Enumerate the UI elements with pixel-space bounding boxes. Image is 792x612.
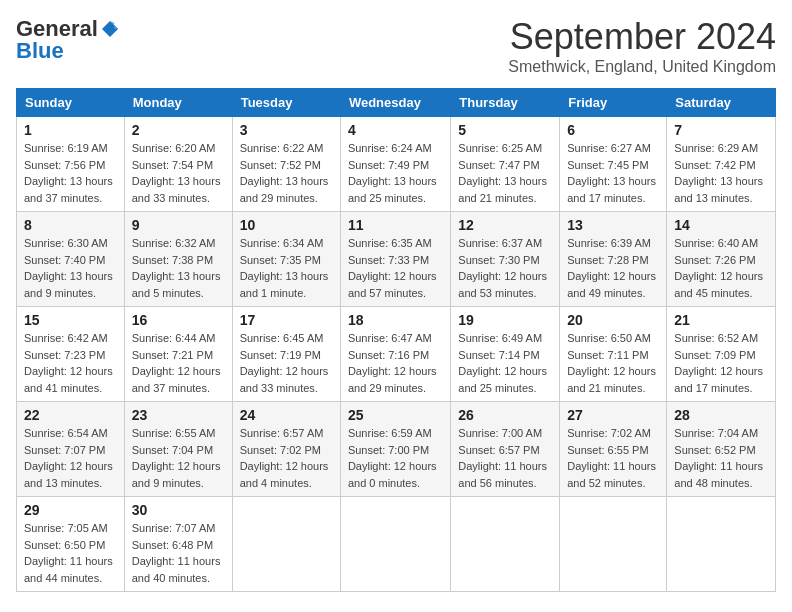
calendar-cell	[560, 497, 667, 592]
day-number: 30	[132, 502, 225, 518]
header-monday: Monday	[124, 89, 232, 117]
calendar-week-row: 1 Sunrise: 6:19 AMSunset: 7:56 PMDayligh…	[17, 117, 776, 212]
day-info: Sunrise: 6:20 AMSunset: 7:54 PMDaylight:…	[132, 142, 221, 204]
day-info: Sunrise: 6:47 AMSunset: 7:16 PMDaylight:…	[348, 332, 437, 394]
calendar-cell: 16 Sunrise: 6:44 AMSunset: 7:21 PMDaylig…	[124, 307, 232, 402]
day-info: Sunrise: 6:37 AMSunset: 7:30 PMDaylight:…	[458, 237, 547, 299]
calendar-cell	[232, 497, 340, 592]
day-info: Sunrise: 7:00 AMSunset: 6:57 PMDaylight:…	[458, 427, 547, 489]
header-saturday: Saturday	[667, 89, 776, 117]
calendar-cell: 7 Sunrise: 6:29 AMSunset: 7:42 PMDayligh…	[667, 117, 776, 212]
day-info: Sunrise: 6:50 AMSunset: 7:11 PMDaylight:…	[567, 332, 656, 394]
day-number: 23	[132, 407, 225, 423]
page-header: General Blue September 2024 Smethwick, E…	[16, 16, 776, 76]
day-info: Sunrise: 6:45 AMSunset: 7:19 PMDaylight:…	[240, 332, 329, 394]
day-number: 5	[458, 122, 552, 138]
calendar-cell: 10 Sunrise: 6:34 AMSunset: 7:35 PMDaylig…	[232, 212, 340, 307]
day-info: Sunrise: 6:35 AMSunset: 7:33 PMDaylight:…	[348, 237, 437, 299]
day-number: 1	[24, 122, 117, 138]
day-info: Sunrise: 7:05 AMSunset: 6:50 PMDaylight:…	[24, 522, 113, 584]
day-info: Sunrise: 7:04 AMSunset: 6:52 PMDaylight:…	[674, 427, 763, 489]
calendar-cell	[340, 497, 450, 592]
day-info: Sunrise: 6:24 AMSunset: 7:49 PMDaylight:…	[348, 142, 437, 204]
day-number: 15	[24, 312, 117, 328]
calendar-header-row: SundayMondayTuesdayWednesdayThursdayFrid…	[17, 89, 776, 117]
calendar-cell: 29 Sunrise: 7:05 AMSunset: 6:50 PMDaylig…	[17, 497, 125, 592]
day-info: Sunrise: 6:29 AMSunset: 7:42 PMDaylight:…	[674, 142, 763, 204]
calendar-cell: 23 Sunrise: 6:55 AMSunset: 7:04 PMDaylig…	[124, 402, 232, 497]
calendar-cell: 20 Sunrise: 6:50 AMSunset: 7:11 PMDaylig…	[560, 307, 667, 402]
title-area: September 2024 Smethwick, England, Unite…	[508, 16, 776, 76]
calendar-cell: 9 Sunrise: 6:32 AMSunset: 7:38 PMDayligh…	[124, 212, 232, 307]
day-info: Sunrise: 6:57 AMSunset: 7:02 PMDaylight:…	[240, 427, 329, 489]
calendar-cell: 1 Sunrise: 6:19 AMSunset: 7:56 PMDayligh…	[17, 117, 125, 212]
day-number: 16	[132, 312, 225, 328]
calendar-cell: 6 Sunrise: 6:27 AMSunset: 7:45 PMDayligh…	[560, 117, 667, 212]
header-sunday: Sunday	[17, 89, 125, 117]
calendar-cell: 19 Sunrise: 6:49 AMSunset: 7:14 PMDaylig…	[451, 307, 560, 402]
day-number: 22	[24, 407, 117, 423]
day-info: Sunrise: 6:22 AMSunset: 7:52 PMDaylight:…	[240, 142, 329, 204]
day-number: 7	[674, 122, 768, 138]
location: Smethwick, England, United Kingdom	[508, 58, 776, 76]
day-info: Sunrise: 6:39 AMSunset: 7:28 PMDaylight:…	[567, 237, 656, 299]
calendar-cell: 11 Sunrise: 6:35 AMSunset: 7:33 PMDaylig…	[340, 212, 450, 307]
day-info: Sunrise: 6:19 AMSunset: 7:56 PMDaylight:…	[24, 142, 113, 204]
calendar-week-row: 29 Sunrise: 7:05 AMSunset: 6:50 PMDaylig…	[17, 497, 776, 592]
logo-icon	[100, 19, 120, 39]
day-number: 12	[458, 217, 552, 233]
day-info: Sunrise: 6:25 AMSunset: 7:47 PMDaylight:…	[458, 142, 547, 204]
calendar-cell: 26 Sunrise: 7:00 AMSunset: 6:57 PMDaylig…	[451, 402, 560, 497]
day-number: 20	[567, 312, 659, 328]
day-number: 6	[567, 122, 659, 138]
calendar-cell: 27 Sunrise: 7:02 AMSunset: 6:55 PMDaylig…	[560, 402, 667, 497]
day-number: 9	[132, 217, 225, 233]
calendar-cell: 30 Sunrise: 7:07 AMSunset: 6:48 PMDaylig…	[124, 497, 232, 592]
day-number: 13	[567, 217, 659, 233]
calendar-week-row: 15 Sunrise: 6:42 AMSunset: 7:23 PMDaylig…	[17, 307, 776, 402]
logo: General Blue	[16, 16, 120, 64]
calendar-cell: 25 Sunrise: 6:59 AMSunset: 7:00 PMDaylig…	[340, 402, 450, 497]
calendar-cell: 13 Sunrise: 6:39 AMSunset: 7:28 PMDaylig…	[560, 212, 667, 307]
day-info: Sunrise: 6:59 AMSunset: 7:00 PMDaylight:…	[348, 427, 437, 489]
day-number: 10	[240, 217, 333, 233]
calendar-cell: 21 Sunrise: 6:52 AMSunset: 7:09 PMDaylig…	[667, 307, 776, 402]
month-title: September 2024	[508, 16, 776, 58]
calendar-cell: 18 Sunrise: 6:47 AMSunset: 7:16 PMDaylig…	[340, 307, 450, 402]
day-info: Sunrise: 6:40 AMSunset: 7:26 PMDaylight:…	[674, 237, 763, 299]
day-number: 21	[674, 312, 768, 328]
day-info: Sunrise: 6:34 AMSunset: 7:35 PMDaylight:…	[240, 237, 329, 299]
calendar-cell	[667, 497, 776, 592]
calendar-cell: 4 Sunrise: 6:24 AMSunset: 7:49 PMDayligh…	[340, 117, 450, 212]
day-info: Sunrise: 6:30 AMSunset: 7:40 PMDaylight:…	[24, 237, 113, 299]
calendar-week-row: 22 Sunrise: 6:54 AMSunset: 7:07 PMDaylig…	[17, 402, 776, 497]
day-number: 19	[458, 312, 552, 328]
calendar-week-row: 8 Sunrise: 6:30 AMSunset: 7:40 PMDayligh…	[17, 212, 776, 307]
calendar-cell: 14 Sunrise: 6:40 AMSunset: 7:26 PMDaylig…	[667, 212, 776, 307]
calendar-cell: 28 Sunrise: 7:04 AMSunset: 6:52 PMDaylig…	[667, 402, 776, 497]
day-info: Sunrise: 6:44 AMSunset: 7:21 PMDaylight:…	[132, 332, 221, 394]
day-info: Sunrise: 6:27 AMSunset: 7:45 PMDaylight:…	[567, 142, 656, 204]
day-info: Sunrise: 6:52 AMSunset: 7:09 PMDaylight:…	[674, 332, 763, 394]
day-number: 28	[674, 407, 768, 423]
day-info: Sunrise: 6:49 AMSunset: 7:14 PMDaylight:…	[458, 332, 547, 394]
calendar-cell: 2 Sunrise: 6:20 AMSunset: 7:54 PMDayligh…	[124, 117, 232, 212]
day-info: Sunrise: 6:32 AMSunset: 7:38 PMDaylight:…	[132, 237, 221, 299]
day-info: Sunrise: 6:42 AMSunset: 7:23 PMDaylight:…	[24, 332, 113, 394]
day-number: 4	[348, 122, 443, 138]
day-number: 25	[348, 407, 443, 423]
day-number: 17	[240, 312, 333, 328]
calendar-cell: 8 Sunrise: 6:30 AMSunset: 7:40 PMDayligh…	[17, 212, 125, 307]
calendar-cell: 22 Sunrise: 6:54 AMSunset: 7:07 PMDaylig…	[17, 402, 125, 497]
day-info: Sunrise: 7:07 AMSunset: 6:48 PMDaylight:…	[132, 522, 221, 584]
day-number: 11	[348, 217, 443, 233]
day-info: Sunrise: 6:55 AMSunset: 7:04 PMDaylight:…	[132, 427, 221, 489]
calendar-cell: 24 Sunrise: 6:57 AMSunset: 7:02 PMDaylig…	[232, 402, 340, 497]
logo-text-blue: Blue	[16, 38, 64, 64]
header-wednesday: Wednesday	[340, 89, 450, 117]
day-number: 3	[240, 122, 333, 138]
header-friday: Friday	[560, 89, 667, 117]
calendar-cell: 5 Sunrise: 6:25 AMSunset: 7:47 PMDayligh…	[451, 117, 560, 212]
calendar-cell: 17 Sunrise: 6:45 AMSunset: 7:19 PMDaylig…	[232, 307, 340, 402]
calendar-table: SundayMondayTuesdayWednesdayThursdayFrid…	[16, 88, 776, 592]
